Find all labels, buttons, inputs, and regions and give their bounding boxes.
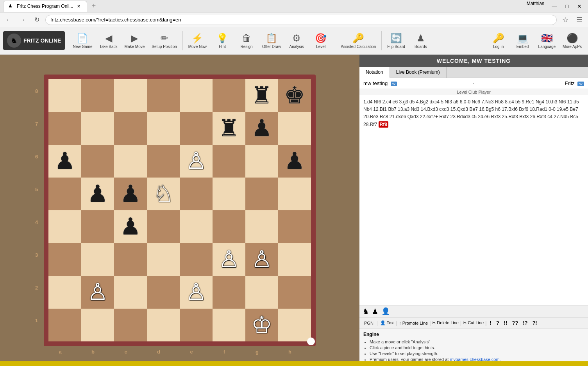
menu-button[interactable]: ☰ (574, 16, 585, 24)
square-e7[interactable] (180, 112, 213, 145)
flip-board-button[interactable]: 🔄 Flip Board (384, 31, 408, 50)
take-back-button[interactable]: ◀ Take Back (96, 31, 120, 50)
cut-line-button[interactable]: ✂ Cut Line (463, 320, 484, 325)
piece-e6[interactable]: ♙ (186, 149, 207, 173)
new-tab-button[interactable]: + (92, 2, 96, 10)
square-g7[interactable]: ♟ (245, 112, 278, 145)
square-c6[interactable] (114, 145, 147, 178)
delete-line-button[interactable]: ✂ Delete Line (432, 320, 459, 325)
square-f8[interactable] (213, 79, 245, 112)
square-a2[interactable] (48, 276, 81, 309)
piece-a6[interactable]: ♟ (54, 149, 75, 173)
piece-g7[interactable]: ♟ (251, 117, 272, 140)
square-d4[interactable] (147, 210, 180, 243)
symbol-exclaim[interactable]: ! (488, 319, 493, 327)
square-c4[interactable]: ♟ (114, 210, 147, 243)
square-a1[interactable] (48, 309, 81, 341)
square-e1[interactable] (180, 309, 213, 341)
square-d2[interactable] (147, 276, 180, 309)
reload-button[interactable]: ↻ (31, 14, 42, 25)
assisted-calc-button[interactable]: 🔑 Assisted Calculation (338, 31, 379, 50)
minimize-button[interactable]: — (549, 1, 560, 12)
square-a3[interactable] (48, 243, 81, 276)
square-g1[interactable]: ♔ (245, 309, 278, 341)
text-button[interactable]: 👤 Text (380, 320, 395, 325)
square-b8[interactable] (81, 79, 114, 112)
pawn-icon[interactable]: ♟ (372, 307, 378, 316)
square-d3[interactable] (147, 243, 180, 276)
piece-h8[interactable]: ♚ (284, 84, 305, 107)
square-d1[interactable] (147, 309, 180, 341)
piece-g1[interactable]: ♔ (251, 313, 272, 337)
analysis-button[interactable]: ⚙ Analysis (285, 31, 308, 50)
square-f7[interactable]: ♜ (213, 112, 245, 145)
square-a5[interactable] (48, 178, 81, 210)
piece-c4[interactable]: ♟ (120, 215, 141, 238)
piece-b2[interactable]: ♙ (87, 281, 108, 304)
promote-line-button[interactable]: ↑ Promote Line (399, 321, 428, 325)
square-h4[interactable] (278, 210, 311, 243)
symbol-question-exclaim[interactable]: ?! (531, 319, 538, 327)
square-d7[interactable] (147, 112, 180, 145)
symbol-double-question[interactable]: ?? (510, 319, 520, 327)
square-b7[interactable] (81, 112, 114, 145)
embed-button[interactable]: 💻 Embed (511, 31, 534, 50)
square-f2[interactable] (213, 276, 245, 309)
square-h2[interactable] (278, 276, 311, 309)
login-button[interactable]: 🔑 Log in (487, 31, 510, 50)
square-e2[interactable]: ♙ (180, 276, 213, 309)
piece-g8[interactable]: ♜ (251, 84, 272, 107)
resign-button[interactable]: 🗑 Resign (235, 31, 258, 50)
square-f4[interactable] (213, 210, 245, 243)
forward-button[interactable]: → (17, 14, 28, 25)
square-e4[interactable] (180, 210, 213, 243)
square-b2[interactable]: ♙ (81, 276, 114, 309)
make-move-button[interactable]: ▶ Make Move (122, 31, 148, 50)
square-g3[interactable]: ♙ (245, 243, 278, 276)
square-g8[interactable]: ♜ (245, 79, 278, 112)
square-e3[interactable] (180, 243, 213, 276)
square-h8[interactable]: ♚ (278, 79, 311, 112)
level-button[interactable]: 🎯 Level (309, 31, 332, 50)
square-c1[interactable] (114, 309, 147, 341)
square-f1[interactable] (213, 309, 245, 341)
piece-g3[interactable]: ♙ (251, 248, 272, 271)
square-b4[interactable] (81, 210, 114, 243)
tab-close-button[interactable]: ✕ (76, 3, 82, 9)
square-e5[interactable] (180, 178, 213, 210)
square-h5[interactable] (278, 178, 311, 210)
piece-c5[interactable]: ♟ (120, 182, 141, 206)
maximize-button[interactable]: □ (561, 1, 572, 12)
symbol-question[interactable]: ? (495, 319, 501, 327)
close-button[interactable]: ✕ (574, 1, 585, 12)
pgn-button[interactable]: PGN (362, 320, 376, 326)
square-b5[interactable]: ♟ (81, 178, 114, 210)
square-b3[interactable] (81, 243, 114, 276)
bookmark-button[interactable]: ☆ (560, 16, 571, 24)
more-apps-button[interactable]: ⚫ More ApPs (559, 31, 585, 50)
square-h3[interactable] (278, 243, 311, 276)
language-button[interactable]: 🇬🇧 Language (535, 31, 559, 50)
piece-b5[interactable]: ♟ (87, 182, 108, 206)
square-f6[interactable] (213, 145, 245, 178)
square-h6[interactable]: ♟ (278, 145, 311, 178)
square-f5[interactable] (213, 178, 245, 210)
square-a8[interactable] (48, 79, 81, 112)
square-h7[interactable] (278, 112, 311, 145)
piece-f3[interactable]: ♙ (218, 248, 239, 271)
square-c3[interactable] (114, 243, 147, 276)
piece-d5[interactable]: ♘ (153, 182, 174, 206)
piece-h6[interactable]: ♟ (284, 149, 305, 173)
square-g5[interactable] (245, 178, 278, 210)
square-c7[interactable] (114, 112, 147, 145)
browser-tab[interactable]: ♟ Fritz Chess Program Onli... ✕ (3, 1, 87, 12)
tab-notation[interactable]: Notation (359, 67, 390, 78)
piece-f7[interactable]: ♜ (218, 117, 239, 140)
square-c8[interactable] (114, 79, 147, 112)
symbol-exclaim-question[interactable]: !? (521, 319, 529, 327)
square-b1[interactable] (81, 309, 114, 341)
square-a6[interactable]: ♟ (48, 145, 81, 178)
square-h1[interactable] (278, 309, 311, 341)
setup-position-button[interactable]: ✏ Setup Position (148, 31, 180, 50)
square-g4[interactable] (245, 210, 278, 243)
